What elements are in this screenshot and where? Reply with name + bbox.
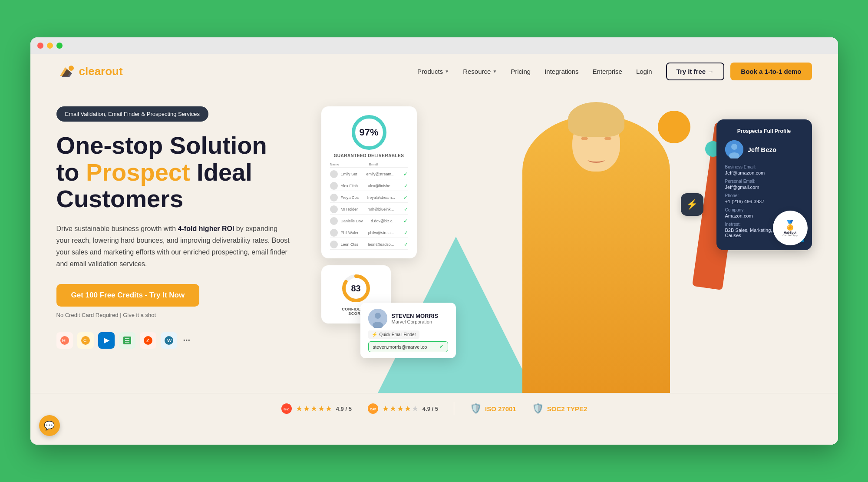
integration-mailchimp[interactable]: ▶ — [98, 332, 115, 349]
deliverables-gauge: 97% — [352, 115, 386, 150]
svg-text:H: H — [62, 338, 66, 343]
steven-company: Marvel Corporation — [392, 319, 439, 324]
profile-person: Jeff Bezo — [725, 140, 803, 158]
hero-left: Email Validation, Email Finder & Prospec… — [56, 98, 317, 393]
g2-score: 4.9 / 5 — [336, 406, 352, 412]
browser-dot-green[interactable] — [56, 43, 63, 49]
g2-icon: G2 — [281, 403, 292, 414]
deliverables-card: 97% GUARANTEED DELIVERABLES Name Email E… — [321, 106, 417, 258]
products-chevron: ▼ — [445, 69, 449, 74]
profile-title: Prospects Full Profile — [725, 128, 803, 134]
capterra-icon: CAP — [367, 403, 379, 414]
hubspot-label: HubSpot — [784, 231, 796, 234]
svg-point-0 — [69, 66, 74, 71]
integration-hubspot[interactable]: H — [56, 332, 73, 349]
nav-links: Products ▼ Resource ▼ Pricing Integratio… — [417, 68, 652, 75]
shield-iso-icon: 🛡️ — [470, 403, 482, 414]
profile-business-email: Business Email: Jeff@amazon.com — [725, 165, 803, 175]
table-row: Freya Cosfreya@stream...✓ — [330, 193, 408, 203]
nav-enterprise[interactable]: Enterprise — [593, 68, 622, 75]
person-hero — [505, 98, 687, 393]
table-row: Danielle Dovd.dov@biz.c...✓ — [330, 216, 408, 226]
cta-button[interactable]: Get 100 Free Credits - Try It Now — [56, 284, 200, 307]
confidence-ring: 83 — [341, 273, 371, 304]
integration-crunchbase[interactable]: C — [77, 332, 94, 349]
email-rows: Emily Setemily@stream...✓ Alex Fitchalex… — [330, 169, 408, 250]
svg-text:G2: G2 — [284, 407, 289, 411]
jeff-avatar — [725, 140, 743, 158]
no-cc-text: No Credit Card Required | Give it a shot — [56, 312, 317, 318]
table-row: Phil Walerphilw@strola...✓ — [330, 228, 408, 238]
shield-soc2-icon: 🛡️ — [532, 403, 544, 414]
stat-soc2: 🛡️ SOC2 TYPE2 — [532, 403, 587, 414]
quick-icon: ⚡ — [372, 332, 378, 337]
hero-badge: Email Validation, Email Finder & Prospec… — [56, 106, 208, 122]
hero-right: 97% GUARANTEED DELIVERABLES Name Email E… — [317, 98, 812, 393]
try-free-button[interactable]: Try it free → — [666, 63, 725, 80]
email-verified-icon: ✓ — [439, 344, 443, 350]
browser-window: clearout Products ▼ Resource ▼ Pricing I… — [30, 37, 838, 445]
steven-name: STEVEN MORRIS — [392, 313, 439, 319]
steven-header: STEVEN MORRIS Marvel Corporation — [368, 309, 448, 328]
stat-iso: 🛡️ ISO 27001 — [470, 403, 516, 414]
floating-help-button[interactable]: 💬 — [39, 415, 60, 436]
integration-wordpress[interactable]: W — [161, 332, 177, 349]
soc2-label: SOC2 TYPE2 — [547, 405, 587, 413]
hero-desc: Drive sustainable business growth with 4… — [56, 223, 291, 270]
hero-heading: One-stop Solution to Prospect Ideal Cust… — [56, 132, 317, 212]
col-email-header: Email — [369, 162, 378, 166]
hubspot-logo-icon: 🏅 — [784, 220, 796, 231]
steven-avatar — [368, 309, 387, 328]
hero-section: Email Validation, Email Finder & Prospec… — [30, 89, 838, 393]
browser-dot-yellow[interactable] — [47, 43, 53, 49]
nav-login[interactable]: Login — [636, 68, 652, 75]
integrations-row: H C ▶ Z — [56, 332, 317, 349]
table-row: Leon Ctssleon@leadso...✓ — [330, 240, 408, 250]
nav-resource[interactable]: Resource ▼ — [463, 68, 497, 75]
svg-text:Z: Z — [146, 338, 149, 343]
profile-phone: Phone: +1 (216) 496-3937 — [725, 193, 803, 204]
jeff-name: Jeff Bezo — [748, 146, 777, 153]
nav-products[interactable]: Products ▼ — [417, 68, 449, 75]
steven-badge: ⚡ Quick Email Finder — [368, 330, 419, 339]
navbar: clearout Products ▼ Resource ▼ Pricing I… — [30, 54, 838, 89]
svg-point-19 — [731, 144, 737, 150]
browser-chrome — [30, 37, 838, 54]
capterra-stars: ★★★★★ — [382, 404, 419, 413]
svg-text:CAP: CAP — [370, 408, 376, 411]
g2-stars: ★★★★★ — [296, 404, 333, 413]
integrations-more: ··· — [183, 335, 191, 345]
nav-integrations[interactable]: Integrations — [545, 68, 578, 75]
power-icon: ⚡ — [686, 199, 698, 210]
table-row: Mr Holdermrh@blueink...✓ — [330, 205, 408, 215]
stat-g2: G2 ★★★★★ 4.9 / 5 — [281, 403, 352, 414]
integration-gsheets[interactable] — [119, 332, 135, 349]
iso-label: ISO 27001 — [485, 405, 516, 413]
footer-stats: G2 ★★★★★ 4.9 / 5 CAP ★★★★★ 4.9 / 5 🛡️ IS… — [30, 393, 838, 424]
integration-zapier[interactable]: Z — [140, 332, 156, 349]
power-card: ⚡ — [681, 193, 703, 216]
demo-button[interactable]: Book a 1-to-1 demo — [730, 63, 812, 80]
profile-personal-email: Personal Email: Jeff@gmail.com — [725, 179, 803, 190]
logo-icon — [56, 64, 76, 79]
nav-actions: Try it free → Book a 1-to-1 demo — [666, 63, 812, 80]
steven-email: steven.morris@marvel.co ✓ — [368, 341, 448, 352]
confidence-score: 83 — [351, 284, 360, 294]
svg-point-16 — [375, 313, 381, 319]
col-name-header: Name — [330, 162, 340, 166]
deliverables-label: GUARANTEED DELIVERABLES — [330, 153, 408, 158]
svg-text:C: C — [83, 338, 86, 343]
capterra-score: 4.9 / 5 — [422, 406, 438, 412]
table-row: Alex Fitchalex@finishe...✓ — [330, 181, 408, 191]
hubspot-certified-badge: 🏅 HubSpot Certified App — [773, 211, 808, 245]
nav-pricing[interactable]: Pricing — [511, 68, 531, 75]
hubspot-cert-label: Certified App — [782, 234, 797, 237]
logo[interactable]: clearout — [56, 64, 123, 79]
steven-card: STEVEN MORRIS Marvel Corporation ⚡ Quick… — [360, 303, 456, 358]
logo-text: clearout — [79, 65, 123, 78]
divider-1 — [454, 402, 454, 415]
table-row: Emily Setemily@stream...✓ — [330, 169, 408, 179]
stat-capterra: CAP ★★★★★ 4.9 / 5 — [367, 403, 438, 414]
resource-chevron: ▼ — [492, 69, 497, 74]
browser-dot-red[interactable] — [37, 43, 43, 49]
